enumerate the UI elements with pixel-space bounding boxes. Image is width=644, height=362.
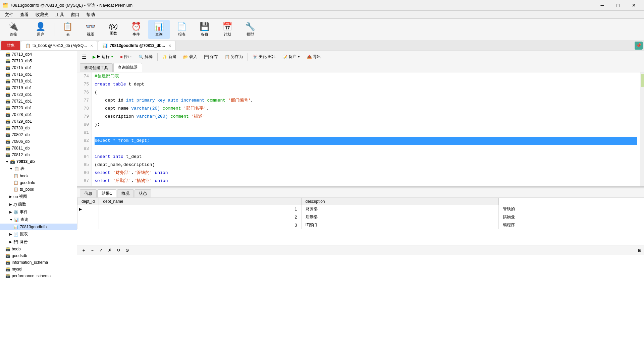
sidebar-item-70723-db1[interactable]: 🗃️ 70723_db1 (0, 105, 77, 111)
save-as-button[interactable]: 📋 另存为 (222, 53, 246, 61)
db-icon: 🗃️ (5, 52, 10, 57)
minimize-button[interactable]: ─ (595, 1, 610, 10)
explain-button[interactable]: 🔍 解释 (136, 53, 155, 61)
sidebar-item-70802-db[interactable]: 🗃️ 70802_db (0, 131, 77, 138)
col-header-description[interactable]: description (301, 198, 499, 205)
code-scrollbar[interactable] (640, 72, 644, 186)
sidebar-item-functions[interactable]: ▶ f() 函数 (0, 200, 77, 208)
sidebar-item-70813-db[interactable]: ▼ 🗃️ 70813_db (0, 158, 77, 165)
toolbar-function[interactable]: f(x) 函数 (103, 20, 124, 39)
maximize-button[interactable]: □ (610, 1, 626, 10)
run-button[interactable]: ▶ ▶ 运行 ▼ (90, 53, 116, 61)
toolbar-report[interactable]: 📄 报表 (171, 20, 193, 39)
sidebar-item-70720-db1[interactable]: 🗃️ 70720_db1 (0, 91, 77, 98)
tab-tb-book-close[interactable]: ✕ (90, 44, 93, 48)
result-tab-overview[interactable]: 概况 (117, 189, 134, 197)
tick-button[interactable]: ✓ (97, 247, 105, 254)
code-editor[interactable]: 74 75 76 77 78 79 80 81 82 83 84 85 86 8… (77, 72, 644, 186)
sidebar-item-70728-db1[interactable]: 🗃️ 70728_db1 (0, 111, 77, 118)
sidebar-item-views[interactable]: ▶ oo 视图 (0, 193, 77, 200)
col-header-dept-name[interactable]: dept_name (99, 198, 301, 205)
result-tab-info[interactable]: 信息 (80, 189, 97, 197)
toolbar-view[interactable]: 👓 视图 (80, 20, 101, 39)
delete-row-button[interactable]: － (89, 247, 96, 254)
sidebar-item-70718-db1[interactable]: 🗃️ 70718_db1 (0, 78, 77, 84)
stop-button[interactable]: ■ 停止 (117, 53, 134, 61)
close-button[interactable]: ✕ (626, 1, 641, 10)
sidebar-item-reports[interactable]: ▶ 📄 报表 (0, 230, 77, 238)
menu-window[interactable]: 窗口 (67, 11, 83, 18)
result-tab-status[interactable]: 状态 (135, 189, 151, 197)
cross-button[interactable]: ✗ (106, 247, 113, 254)
sidebar-item-70812-db[interactable]: 🗃️ 70812_db (0, 152, 77, 158)
menu-favorites[interactable]: 收藏夹 (32, 11, 52, 18)
toolbar-table[interactable]: 📋 表 (57, 20, 78, 39)
sidebar-item-70716-db1[interactable]: 🗃️ 70716_db1 (0, 71, 77, 78)
toolbar-connect[interactable]: 🔌 连接 (3, 20, 24, 39)
export-button[interactable]: 📤 导出 (304, 53, 324, 61)
menu-view[interactable]: 查看 (17, 11, 32, 18)
tab-tb-book[interactable]: 📋 tb_book @70813_db (MySQ... ✕ (21, 41, 97, 50)
stop-table-button[interactable]: ⊘ (123, 247, 131, 254)
sidebar-item-goodsdb[interactable]: 🗃️ goodsdb (0, 252, 77, 259)
code-line-77: dept_id int primary key auto_increment c… (95, 97, 637, 105)
new-button[interactable]: ✨ 新建 (160, 53, 179, 61)
sidebar-item-goodinfo[interactable]: 📋 goodinfo (0, 179, 77, 186)
tab-pin-button[interactable]: 📌 (635, 42, 643, 50)
refresh-button[interactable]: ↺ (115, 247, 122, 254)
menu-file[interactable]: 文件 (1, 11, 17, 18)
result-tab-result1[interactable]: 结果1 (97, 189, 116, 197)
toolbar-backup[interactable]: 💾 备份 (194, 20, 215, 39)
toolbar-user[interactable]: 👤 用户 (30, 20, 51, 39)
sidebar-item-70713-db5[interactable]: 🗃️ 70713_db5 (0, 58, 77, 64)
sidebar-item-70730-db[interactable]: 🗃️ 70730_db (0, 125, 77, 131)
sidebar-item-70729-db1[interactable]: 🗃️ 70729_db1 (0, 118, 77, 125)
hamburger-menu-button[interactable]: ☰ (80, 53, 89, 61)
save-button[interactable]: 💾 保存 (201, 53, 221, 61)
sidebar-item-70721-db1[interactable]: 🗃️ 70721_db1 (0, 98, 77, 105)
toolbar-query[interactable]: 📊 查询 (148, 20, 170, 39)
sub-tab-editor[interactable]: 查询编辑器 (113, 63, 142, 72)
toolbar-schedule[interactable]: 📅 计划 (217, 20, 238, 39)
db-icon: 🗃️ (5, 267, 10, 272)
menu-help[interactable]: 帮助 (83, 11, 98, 18)
toolbar-model[interactable]: 🔧 模型 (239, 20, 261, 39)
sidebar-item-events[interactable]: ▶ ⚙️ 事件 (0, 208, 77, 216)
beautify-button[interactable]: ✂️ 美化 SQL (250, 53, 278, 61)
stop-label: 停止 (124, 54, 132, 60)
sidebar-item-70811-db[interactable]: 🗃️ 70811_db (0, 145, 77, 152)
sidebar-item-70719-db1[interactable]: 🗃️ 70719_db1 (0, 84, 77, 91)
table-row-3[interactable]: 3 IT部门 编程序 (77, 221, 644, 229)
col-header-dept-id[interactable]: dept_id (77, 198, 99, 205)
grid-view-button[interactable]: ⊞ (638, 248, 641, 253)
tab-goodinfo[interactable]: 📊 70813goodInfo @70813_db... ✕ (98, 41, 175, 50)
sidebar-item-queries[interactable]: ▼ 📊 查询 (0, 216, 77, 224)
load-button[interactable]: 📂 载入 (180, 53, 200, 61)
sidebar-item-performance-schema[interactable]: 🗃️ performance_schema (0, 273, 77, 279)
toolbar-event[interactable]: ⏰ 事件 (125, 20, 147, 39)
sub-tab-builder[interactable]: 查询创建工具 (80, 63, 113, 72)
code-content[interactable]: #创建部门表 create table t_dept ( dept_id int (92, 72, 640, 186)
tab-goodinfo-close[interactable]: ✕ (168, 44, 171, 48)
sidebar-item-70713-db4[interactable]: 🗃️ 70713_db4 (0, 51, 77, 58)
tab-query-icon: 📊 (102, 43, 108, 48)
comment-button[interactable]: 📝 备注 ▼ (280, 53, 303, 61)
sidebar-item-70715-db1[interactable]: 🗃️ 70715_db1 (0, 64, 77, 71)
run-icon: ▶ (93, 55, 96, 59)
sidebar-item-70813goodinfo[interactable]: 📊 70813goodInfo (0, 224, 77, 230)
sidebar-item-mysql[interactable]: 🗃️ mysql (0, 266, 77, 273)
code-line-85: (dept_name,description) (95, 161, 637, 169)
sidebar-item-tables[interactable]: ▼ 📋 表 (0, 165, 77, 173)
result-table-wrap[interactable]: dept_id dept_name description ▶ 1 财务部 管钱… (77, 198, 644, 245)
menu-tools[interactable]: 工具 (52, 11, 67, 18)
sidebar-item-70806-db[interactable]: 🗃️ 70806_db (0, 138, 77, 145)
table-row-1[interactable]: ▶ 1 财务部 管钱的 (77, 205, 644, 213)
sidebar-item-tb-book[interactable]: 📋 tb_book (0, 186, 77, 193)
sidebar-item-information-schema[interactable]: 🗃️ information_schema (0, 259, 77, 266)
sidebar-item-backup[interactable]: ▶ 💾 备份 (0, 238, 77, 246)
add-row-button[interactable]: ＋ (80, 247, 87, 254)
tab-object[interactable]: 对象 (1, 41, 20, 50)
sidebar-item-boob[interactable]: 🗃️ boob (0, 246, 77, 252)
table-row-2[interactable]: 2 后勤部 搞物业 (77, 213, 644, 221)
sidebar-item-book[interactable]: 📋 book (0, 173, 77, 179)
